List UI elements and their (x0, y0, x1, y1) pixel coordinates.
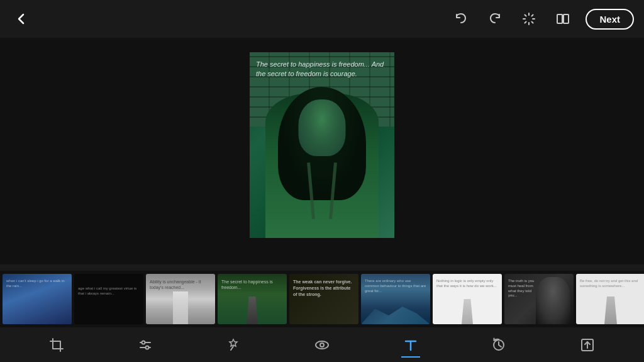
style-thumb-1[interactable]: when i can't sleep i go for a walk in th… (3, 274, 72, 324)
next-button[interactable]: Next (586, 9, 634, 30)
top-toolbar: Next (0, 0, 644, 38)
style-thumb-7[interactable]: Nothing in logic is only empty only that… (433, 274, 502, 324)
back-button[interactable] (10, 8, 33, 30)
redo-button[interactable] (484, 8, 506, 30)
crop-tool[interactable] (43, 331, 70, 359)
style-thumb-2[interactable]: age what i call my greatest virtue is th… (74, 274, 143, 324)
history-tool[interactable] (485, 331, 513, 359)
export-tool[interactable] (574, 331, 601, 359)
svg-point-17 (320, 343, 324, 347)
svg-line-4 (525, 15, 526, 16)
portrait-face (299, 99, 346, 156)
style-thumb-6[interactable]: There are ordinary who use common behavi… (361, 274, 430, 324)
quote-overlay: The secret to happiness is freedom... An… (256, 60, 388, 79)
compare-button[interactable] (552, 8, 574, 30)
image-preview[interactable]: The secret to happiness is freedom... An… (250, 52, 394, 238)
svg-line-5 (532, 22, 533, 23)
svg-rect-9 (564, 14, 569, 23)
magic-wand-button[interactable] (518, 8, 540, 30)
svg-line-7 (525, 22, 526, 23)
text-tool[interactable] (397, 331, 425, 359)
svg-line-6 (532, 15, 533, 16)
svg-point-16 (316, 341, 328, 349)
undo-button[interactable] (450, 8, 472, 30)
svg-rect-8 (557, 14, 562, 23)
filter-tool[interactable] (308, 331, 336, 359)
style-thumb-8[interactable]: The truth is you must heal from what the… (504, 274, 574, 324)
style-thumb-9[interactable]: Be free, do not try and get this and som… (576, 274, 644, 324)
bottom-toolbar (0, 327, 644, 362)
svg-point-13 (142, 341, 145, 344)
style-thumb-5[interactable]: The weak can never forgive. Forgiveness … (289, 274, 358, 324)
svg-line-15 (231, 346, 233, 350)
main-canvas: The secret to happiness is freedom... An… (0, 38, 644, 252)
adjust-tool[interactable] (131, 331, 159, 359)
svg-point-14 (145, 346, 148, 349)
retouch-tool[interactable] (219, 331, 247, 359)
style-thumb-4[interactable]: The secret to happiness is freedom... (218, 274, 287, 324)
style-thumbnails: when i can't sleep i go for a walk in th… (0, 271, 644, 327)
style-thumb-3[interactable]: Ability is unchangeable - it today's rea… (146, 274, 215, 324)
